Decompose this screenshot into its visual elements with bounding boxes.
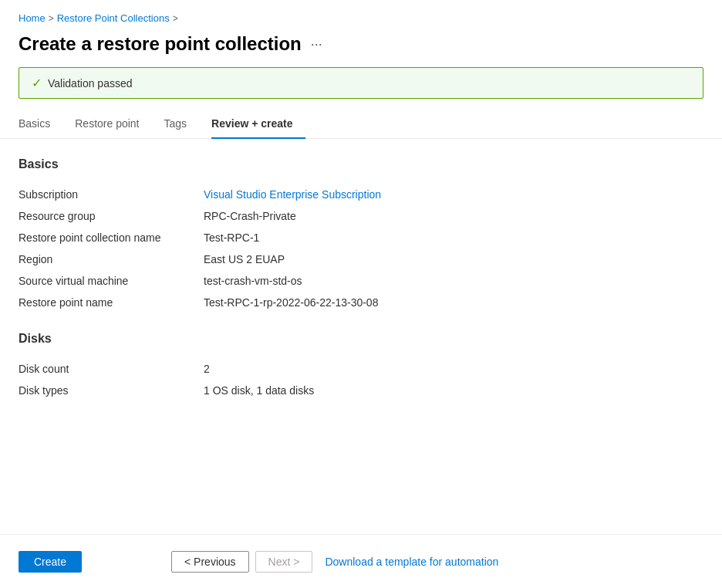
source-vm-value: test-crash-vm-std-os: [204, 275, 302, 287]
table-row: Disk types 1 OS disk, 1 data disks: [19, 380, 703, 401]
validation-text: Validation passed: [48, 77, 132, 90]
tabs-container: Basics Restore point Tags Review + creat…: [0, 111, 722, 139]
region-value: East US 2 EUAP: [204, 253, 285, 265]
table-row: Restore point name Test-RPC-1-rp-2022-06…: [19, 292, 703, 313]
source-vm-label: Source virtual machine: [19, 275, 204, 287]
subscription-label: Subscription: [19, 188, 204, 201]
footer: Create < Previous Next > Download a temp…: [0, 534, 722, 588]
disk-count-value: 2: [204, 363, 210, 375]
disks-section-title: Disks: [19, 332, 703, 346]
collection-name-value: Test-RPC-1: [204, 231, 259, 244]
page-header: Create a restore point collection ···: [0, 30, 722, 67]
tab-basics[interactable]: Basics: [19, 111, 62, 139]
table-row: Resource group RPC-Crash-Private: [19, 205, 703, 227]
page-container: Home > Restore Point Collections > Creat…: [0, 0, 722, 588]
subscription-value[interactable]: Visual Studio Enterprise Subscription: [204, 188, 381, 201]
tab-restore-point[interactable]: Restore point: [75, 111, 151, 139]
download-template-link[interactable]: Download a template for automation: [325, 556, 498, 568]
main-content: Basics Subscription Visual Studio Enterp…: [0, 139, 722, 588]
breadcrumb-separator-2: >: [173, 13, 178, 24]
tab-review-create[interactable]: Review + create: [211, 111, 305, 139]
breadcrumb-restore-point-collections[interactable]: Restore Point Collections: [57, 12, 170, 24]
table-row: Source virtual machine test-crash-vm-std…: [19, 270, 703, 292]
disk-count-label: Disk count: [19, 363, 204, 375]
validation-banner: ✓ Validation passed: [19, 67, 703, 99]
tab-tags[interactable]: Tags: [164, 111, 200, 139]
restore-point-name-label: Restore point name: [19, 296, 204, 309]
table-row: Region East US 2 EUAP: [19, 248, 703, 270]
validation-check-icon: ✓: [32, 76, 42, 90]
restore-point-name-value: Test-RPC-1-rp-2022-06-22-13-30-08: [204, 296, 378, 309]
resource-group-label: Resource group: [19, 210, 204, 222]
next-button: Next >: [255, 551, 313, 573]
collection-name-label: Restore point collection name: [19, 231, 204, 244]
previous-button[interactable]: < Previous: [171, 551, 249, 573]
page-title: Create a restore point collection: [19, 33, 302, 55]
create-button[interactable]: Create: [19, 551, 82, 573]
disks-details-table: Disk count 2 Disk types 1 OS disk, 1 dat…: [19, 358, 703, 401]
breadcrumb-separator-1: >: [49, 13, 54, 24]
breadcrumb-home[interactable]: Home: [19, 12, 46, 24]
more-options-icon[interactable]: ···: [311, 36, 322, 52]
basics-details-table: Subscription Visual Studio Enterprise Su…: [19, 184, 703, 313]
region-label: Region: [19, 253, 204, 265]
disk-types-value: 1 OS disk, 1 data disks: [204, 384, 314, 397]
table-row: Restore point collection name Test-RPC-1: [19, 227, 703, 248]
breadcrumb: Home > Restore Point Collections >: [0, 0, 722, 30]
table-row: Subscription Visual Studio Enterprise Su…: [19, 184, 703, 205]
basics-section: Basics Subscription Visual Studio Enterp…: [19, 157, 703, 313]
disk-types-label: Disk types: [19, 384, 204, 397]
table-row: Disk count 2: [19, 358, 703, 380]
disks-section: Disks Disk count 2 Disk types 1 OS disk,…: [19, 332, 703, 401]
resource-group-value: RPC-Crash-Private: [204, 210, 296, 222]
basics-section-title: Basics: [19, 157, 703, 171]
